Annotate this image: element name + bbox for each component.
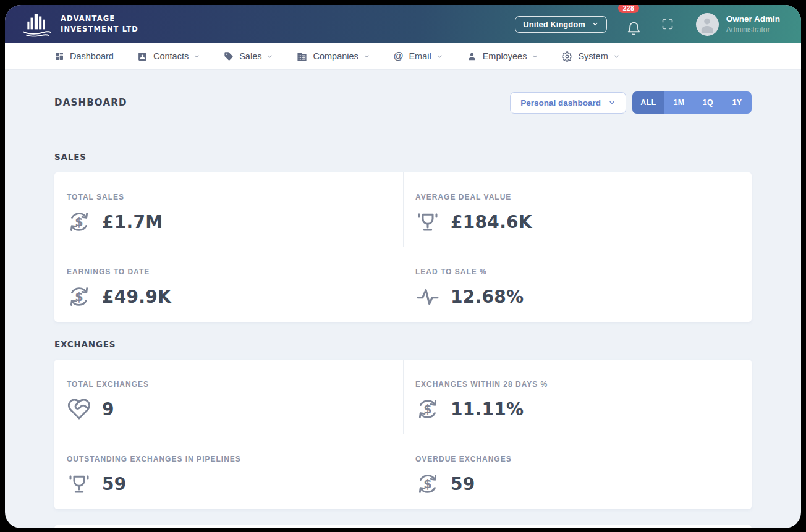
top-bar: ADVANTAGE INVESTMENT LTD United Kingdom … bbox=[5, 5, 801, 43]
date-range-toggle: ALL 1M 1Q 1Y bbox=[632, 91, 752, 114]
exchanges-card: TOTAL EXCHANGES 9 EXCHANGES WITHIN 28 DA… bbox=[54, 360, 752, 509]
metric-lead-to-sale: LEAD TO SALE % 12.68% bbox=[403, 247, 752, 322]
bell-icon bbox=[626, 21, 642, 36]
currency-exchange-icon bbox=[67, 284, 91, 309]
brand-line2: INVESTMENT LTD bbox=[61, 24, 138, 35]
activity-icon bbox=[415, 284, 440, 309]
at-sign-icon: @ bbox=[394, 51, 404, 62]
app-window: ADVANTAGE INVESTMENT LTD United Kingdom … bbox=[5, 5, 801, 528]
fullscreen-icon bbox=[661, 18, 674, 30]
user-info: Owner Admin Administrator bbox=[726, 14, 780, 34]
chevron-down-icon bbox=[436, 53, 443, 60]
main-content: DASHBOARD Personal dashboard ALL 1M 1Q 1… bbox=[5, 91, 801, 528]
metric-average-deal-value: AVERAGE DEAL VALUE £184.6K bbox=[403, 172, 752, 247]
brand-logo[interactable]: ADVANTAGE INVESTMENT LTD bbox=[22, 11, 138, 37]
metric-exchanges-within-28-days: EXCHANGES WITHIN 28 DAYS % 11.11% bbox=[403, 360, 752, 434]
top-bar-right: United Kingdom 228 Owner Admin Administr… bbox=[515, 12, 780, 36]
card-divider bbox=[403, 360, 404, 434]
chevron-down-icon bbox=[608, 99, 616, 106]
metric-total-exchanges: TOTAL EXCHANGES 9 bbox=[54, 360, 403, 434]
notification-count-badge: 228 bbox=[618, 5, 639, 13]
range-button-all[interactable]: ALL bbox=[632, 91, 664, 114]
nav-item-employees[interactable]: Employees bbox=[467, 51, 539, 62]
user-role: Administrator bbox=[726, 25, 780, 34]
section-title-exchanges: EXCHANGES bbox=[54, 339, 752, 349]
currency-exchange-icon bbox=[415, 471, 440, 496]
chevron-down-icon bbox=[193, 53, 200, 60]
trophy-icon bbox=[67, 471, 91, 496]
gear-icon bbox=[562, 51, 572, 62]
region-selector-value: United Kingdom bbox=[523, 20, 585, 29]
nav-item-contacts[interactable]: Contacts bbox=[137, 51, 200, 62]
metric-value: 9 bbox=[102, 399, 114, 420]
avatar bbox=[696, 13, 719, 36]
contact-card-icon bbox=[137, 51, 148, 62]
section-title-sales: SALES bbox=[54, 152, 752, 162]
nav-label: Contacts bbox=[153, 51, 189, 61]
currency-exchange-icon bbox=[415, 397, 440, 421]
range-button-1q[interactable]: 1Q bbox=[694, 91, 723, 114]
range-button-1m[interactable]: 1M bbox=[664, 91, 694, 114]
currency-exchange-icon bbox=[67, 209, 91, 234]
brand-name: ADVANTAGE INVESTMENT LTD bbox=[61, 14, 138, 34]
nav-label: Employees bbox=[483, 51, 527, 61]
chevron-down-icon bbox=[532, 53, 538, 60]
metric-label: OVERDUE EXCHANGES bbox=[415, 455, 752, 463]
sales-card: TOTAL SALES £1.7M AVERAGE DEAL VALUE £18… bbox=[54, 172, 752, 322]
nav-item-email[interactable]: @ Email bbox=[394, 51, 443, 62]
metric-total-sales: TOTAL SALES £1.7M bbox=[54, 172, 403, 247]
card-divider bbox=[403, 172, 404, 247]
metric-value: £49.9K bbox=[102, 287, 171, 307]
nav-label: Sales bbox=[239, 51, 261, 61]
nav-label: Email bbox=[409, 51, 431, 61]
metric-value: 12.68% bbox=[451, 287, 524, 307]
range-button-1y[interactable]: 1Y bbox=[723, 91, 752, 114]
metric-label: AVERAGE DEAL VALUE bbox=[415, 193, 752, 201]
dashboard-selector-value: Personal dashboard bbox=[520, 98, 601, 108]
metric-label: LEAD TO SALE % bbox=[415, 268, 752, 276]
nav-label: Dashboard bbox=[70, 51, 114, 61]
nav-item-companies[interactable]: Companies bbox=[297, 51, 370, 62]
metric-overdue-exchanges: OVERDUE EXCHANGES 59 bbox=[403, 434, 752, 509]
dashboard-selector[interactable]: Personal dashboard bbox=[510, 92, 626, 114]
heart-handshake-icon bbox=[67, 397, 91, 421]
chevron-down-icon bbox=[592, 20, 599, 28]
nav-label: System bbox=[578, 51, 608, 61]
chevron-down-icon bbox=[363, 53, 370, 60]
metric-value: £1.7M bbox=[102, 212, 163, 232]
brand-line1: ADVANTAGE bbox=[61, 14, 138, 24]
metric-label: TOTAL EXCHANGES bbox=[67, 380, 403, 389]
metric-value: 11.11% bbox=[451, 399, 524, 420]
metric-label: EARNINGS TO DATE bbox=[67, 268, 403, 276]
main-nav: Dashboard Contacts Sales Companies @ Ema… bbox=[5, 43, 801, 70]
metric-value: £184.6K bbox=[451, 212, 532, 232]
fullscreen-button[interactable] bbox=[661, 18, 674, 30]
user-menu[interactable]: Owner Admin Administrator bbox=[696, 13, 780, 36]
metric-label: TOTAL SALES bbox=[67, 193, 403, 201]
metric-label: OUTSTANDING EXCHANGES IN PIPELINES bbox=[67, 455, 403, 463]
region-selector[interactable]: United Kingdom bbox=[515, 16, 606, 33]
metric-outstanding-exchanges: OUTSTANDING EXCHANGES IN PIPELINES 59 bbox=[54, 434, 403, 509]
metric-label: EXCHANGES WITHIN 28 DAYS % bbox=[415, 380, 752, 389]
nav-item-sales[interactable]: Sales bbox=[224, 51, 273, 61]
user-name: Owner Admin bbox=[726, 14, 780, 23]
metric-earnings-to-date: EARNINGS TO DATE £49.9K bbox=[54, 247, 403, 322]
grid-icon bbox=[54, 51, 64, 61]
brand-building-icon bbox=[22, 11, 53, 37]
nav-item-dashboard[interactable]: Dashboard bbox=[54, 51, 114, 61]
next-section-card-partial bbox=[54, 525, 752, 528]
chevron-down-icon bbox=[266, 53, 273, 60]
metric-value: 59 bbox=[102, 474, 127, 494]
metric-value: 59 bbox=[451, 474, 475, 494]
building-icon bbox=[297, 51, 307, 62]
trophy-icon bbox=[415, 209, 440, 234]
person-icon bbox=[467, 51, 477, 62]
nav-item-system[interactable]: System bbox=[562, 51, 619, 62]
page-title: DASHBOARD bbox=[54, 97, 127, 108]
dashboard-controls: Personal dashboard ALL 1M 1Q 1Y bbox=[510, 91, 752, 114]
nav-label: Companies bbox=[313, 51, 358, 61]
tag-icon bbox=[224, 51, 234, 61]
page-header: DASHBOARD Personal dashboard ALL 1M 1Q 1… bbox=[54, 91, 752, 114]
notifications-button[interactable]: 228 bbox=[626, 12, 643, 36]
avatar-person-icon bbox=[697, 14, 718, 35]
